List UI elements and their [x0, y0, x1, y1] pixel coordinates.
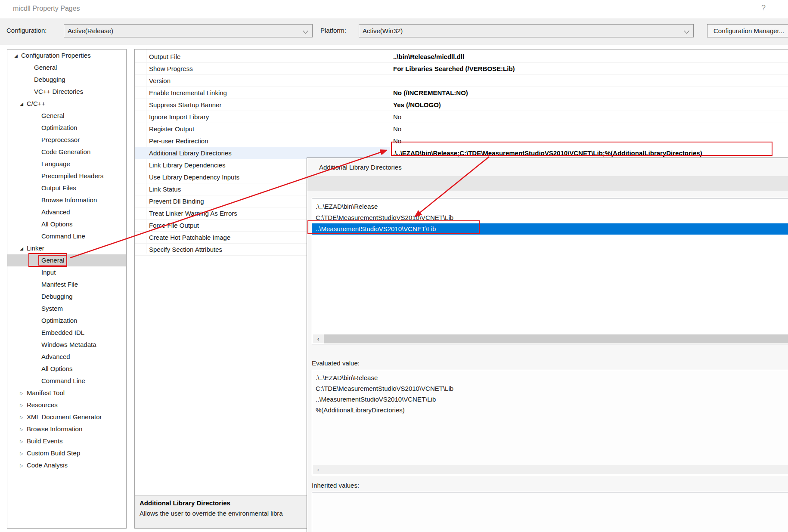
tree-expander-icon[interactable]: [19, 424, 25, 436]
tree-item-label: Debugging: [39, 292, 75, 301]
directory-list-hscrollbar[interactable]: ‹: [313, 334, 788, 343]
property-row[interactable]: Per-user Redirection No: [135, 135, 788, 147]
property-value[interactable]: ..\bin\Release/micdll.dll: [390, 51, 788, 62]
tree-expander-icon[interactable]: [19, 243, 25, 255]
tree-expander-icon[interactable]: [13, 50, 19, 62]
tree-item[interactable]: Code Generation: [7, 146, 126, 158]
dialog-titlebar: micdll Property Pages ?: [0, 0, 788, 19]
property-value[interactable]: No: [390, 135, 788, 147]
property-name: Suppress Startup Banner: [135, 99, 390, 111]
tree-item[interactable]: All Options: [7, 363, 126, 375]
configuration-dropdown[interactable]: Active(Release): [64, 24, 313, 37]
tree-item[interactable]: Windows Metadata: [7, 339, 126, 351]
tree-item[interactable]: Linker: [7, 242, 126, 254]
tree-item[interactable]: Advanced: [7, 206, 126, 218]
tree-item-label: Precompiled Headers: [39, 171, 105, 180]
tree-item[interactable]: Browse Information: [7, 194, 126, 206]
tree-item[interactable]: Optimization: [7, 122, 126, 134]
property-value[interactable]: For Libraries Searched (/VERBOSE:Lib): [390, 63, 788, 74]
scroll-left-icon[interactable]: ‹: [313, 334, 324, 343]
tree-item[interactable]: General: [7, 62, 126, 74]
tree-item-label: Advanced: [39, 207, 72, 217]
tree-item[interactable]: Input: [7, 266, 126, 278]
scrollbar-thumb[interactable]: [324, 465, 788, 474]
tree-item[interactable]: Custom Build Step: [7, 447, 126, 459]
property-value[interactable]: [390, 75, 788, 87]
tree-item[interactable]: Optimization: [7, 315, 126, 327]
property-name: Per-user Redirection: [135, 135, 390, 147]
property-name: Enable Incremental Linking: [135, 87, 390, 99]
property-row[interactable]: Ignore Import Library No: [135, 111, 788, 123]
evaluated-value-box: .\..\EZAD\bin\Release C:\TDE\Measurement…: [312, 370, 788, 475]
tree-item-label: Embedded IDL: [39, 328, 87, 337]
configuration-manager-button[interactable]: Configuration Manager...: [707, 24, 788, 37]
tree-item-label: Resources: [25, 400, 60, 409]
tree-item[interactable]: Build Events: [7, 435, 126, 447]
evaluated-value-hscrollbar[interactable]: ‹: [313, 465, 788, 474]
tree-item[interactable]: Resources: [7, 399, 126, 411]
tree-item[interactable]: Command Line: [7, 230, 126, 242]
property-row[interactable]: Enable Incremental Linking No (/INCREMEN…: [135, 87, 788, 99]
tree-item-label: Code Generation: [39, 147, 93, 156]
tree-expander-icon[interactable]: [19, 399, 25, 411]
tree-expander-icon[interactable]: [19, 387, 25, 399]
property-pages-dialog: micdll Property Pages ? Configuration: A…: [0, 0, 788, 532]
platform-dropdown[interactable]: Active(Win32): [359, 24, 694, 37]
property-value[interactable]: .\..\EZAD\bin\Release;C:\TDE\Measurement…: [390, 147, 788, 159]
tree-item[interactable]: VC++ Directories: [7, 86, 126, 98]
tree-expander-icon[interactable]: [19, 448, 25, 460]
tree-item[interactable]: Debugging: [7, 291, 126, 303]
tree-item-label: Build Events: [25, 436, 65, 445]
tree-item-label: Linker: [25, 244, 47, 253]
help-icon[interactable]: ?: [761, 3, 766, 12]
tree-item[interactable]: XML Document Generator: [7, 411, 126, 423]
property-value[interactable]: No (/INCREMENTAL:NO): [390, 87, 788, 99]
tree-item[interactable]: Output Files: [7, 182, 126, 194]
tree-item-label: System: [39, 304, 65, 313]
tree-item[interactable]: Embedded IDL: [7, 327, 126, 339]
tree-item[interactable]: General: [7, 254, 126, 266]
property-row[interactable]: Suppress Startup Banner Yes (/NOLOGO): [135, 99, 788, 111]
property-row[interactable]: Register Output No: [135, 123, 788, 135]
property-row[interactable]: Version: [135, 75, 788, 87]
evaluated-value-line: C:\TDE\MeasurementStudioVS2010\VCNET\Lib: [312, 383, 788, 394]
property-value[interactable]: No: [390, 123, 788, 135]
property-row[interactable]: Output File ..\bin\Release/micdll.dll: [135, 51, 788, 63]
directory-list-item[interactable]: C:\TDE\MeasurementStudioVS2010\VCNET\Lib: [312, 212, 788, 223]
tree-item[interactable]: Advanced: [7, 351, 126, 363]
tree-item[interactable]: Debugging: [7, 74, 126, 86]
property-row[interactable]: Show Progress For Libraries Searched (/V…: [135, 63, 788, 75]
tree-item-label: General: [39, 111, 66, 120]
directory-list-item[interactable]: ..\MeasurementStudioVS2010\VCNET\Lib: [312, 223, 788, 235]
scrollbar-thumb[interactable]: [324, 334, 788, 343]
tree-item[interactable]: System: [7, 303, 126, 315]
tree-item[interactable]: Manifest Tool: [7, 387, 126, 399]
tree-expander-icon[interactable]: [19, 98, 25, 110]
tree-item[interactable]: Preprocessor: [7, 134, 126, 146]
property-value[interactable]: No: [390, 111, 788, 123]
tree-expander-icon[interactable]: [19, 411, 25, 424]
property-name: Ignore Import Library: [135, 111, 390, 123]
tree-item[interactable]: Command Line: [7, 375, 126, 387]
tree-item-label: Optimization: [39, 123, 79, 132]
tree-item[interactable]: Manifest File: [7, 278, 126, 291]
tree-item[interactable]: General: [7, 110, 126, 122]
property-help-panel: Additional Library Directories Allows th…: [134, 495, 308, 529]
tree-item[interactable]: Code Analysis: [7, 459, 126, 471]
property-value[interactable]: Yes (/NOLOGO): [390, 99, 788, 111]
tree-item-label: Browse Information: [25, 424, 84, 433]
scroll-left-icon[interactable]: ‹: [313, 465, 324, 474]
tree-item[interactable]: C/C++: [7, 98, 126, 110]
tree-item-label: Configuration Properties: [19, 51, 93, 60]
directory-list-item[interactable]: .\..\EZAD\bin\Release: [312, 201, 788, 212]
tree-item[interactable]: Browse Information: [7, 423, 126, 435]
tree-item[interactable]: Precompiled Headers: [7, 170, 126, 182]
tree-item[interactable]: Configuration Properties: [7, 49, 126, 62]
tree-expander-icon[interactable]: [19, 460, 25, 472]
tree-item[interactable]: All Options: [7, 218, 126, 230]
tree-expander-icon[interactable]: [19, 436, 25, 448]
evaluated-value-label: Evaluated value:: [312, 359, 360, 367]
tree-item[interactable]: Language: [7, 158, 126, 170]
tree-item-label: Language: [39, 159, 72, 168]
platform-dropdown-value: Active(Win32): [363, 27, 403, 34]
